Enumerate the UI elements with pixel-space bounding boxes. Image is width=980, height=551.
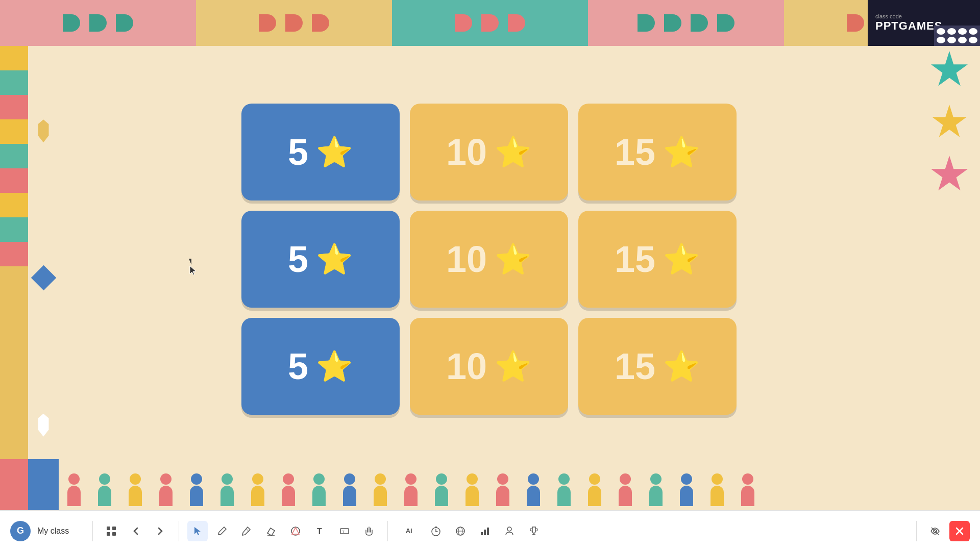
deco-half-circle bbox=[717, 14, 734, 32]
person-head bbox=[589, 473, 600, 485]
person-figure bbox=[92, 473, 117, 509]
shapes-button[interactable] bbox=[285, 521, 306, 541]
grid-view-button[interactable] bbox=[101, 521, 121, 541]
svg-text:T: T bbox=[342, 530, 345, 534]
deco-half-circle bbox=[847, 14, 864, 32]
top-segment-2 bbox=[196, 0, 392, 46]
card-5-2[interactable]: 5 ⭐ bbox=[241, 211, 400, 308]
app-title: PPTGAMES bbox=[875, 19, 942, 33]
person-head bbox=[130, 473, 141, 485]
stripe bbox=[0, 119, 28, 144]
person-body bbox=[465, 486, 479, 506]
back-icon bbox=[131, 526, 141, 536]
card-5-3[interactable]: 5 ⭐ bbox=[241, 318, 400, 415]
card-grid: 5 ⭐ 10 ⭐ 15 ⭐ 5 ⭐ 10 ⭐ 15 ⭐ 5 ⭐ 10 bbox=[241, 104, 737, 415]
stripe bbox=[0, 46, 28, 70]
text-button[interactable]: T bbox=[310, 521, 330, 541]
person-figure bbox=[61, 473, 87, 509]
person-head bbox=[528, 473, 539, 485]
person-figure bbox=[459, 473, 485, 509]
person-figure bbox=[122, 473, 148, 509]
main-content: 5 ⭐ 10 ⭐ 15 ⭐ 5 ⭐ 10 ⭐ 15 ⭐ 5 ⭐ 10 bbox=[59, 46, 919, 472]
person-body bbox=[251, 486, 264, 506]
person-figure bbox=[490, 473, 516, 509]
deco-half-circle bbox=[63, 14, 80, 32]
ai-button[interactable]: AI bbox=[396, 521, 422, 541]
eraser-icon bbox=[266, 526, 276, 536]
svg-point-21 bbox=[507, 527, 511, 531]
svg-line-25 bbox=[932, 528, 939, 535]
pen-icon bbox=[217, 526, 227, 536]
forward-button[interactable] bbox=[150, 521, 170, 541]
person-icon bbox=[504, 526, 514, 536]
marker-button[interactable] bbox=[236, 521, 257, 541]
svg-rect-2 bbox=[107, 532, 110, 536]
ai-label: AI bbox=[406, 527, 412, 535]
toolbar-separator bbox=[179, 521, 179, 541]
person-head bbox=[712, 473, 723, 485]
svg-rect-19 bbox=[484, 530, 486, 535]
card-15-2[interactable]: 15 ⭐ bbox=[578, 211, 737, 308]
textbox-button[interactable]: T bbox=[334, 521, 355, 541]
star-icon: ⭐ bbox=[495, 135, 531, 169]
person-button[interactable] bbox=[499, 521, 520, 541]
right-sidebar bbox=[919, 0, 980, 510]
pen-button[interactable] bbox=[212, 521, 232, 541]
person-body bbox=[220, 486, 234, 506]
globe-button[interactable] bbox=[450, 521, 471, 541]
person-body bbox=[557, 486, 571, 506]
star-icon: ⭐ bbox=[316, 349, 353, 384]
deco-half-circle bbox=[455, 14, 472, 32]
card-15-3[interactable]: 15 ⭐ bbox=[578, 318, 737, 415]
hide-button[interactable] bbox=[925, 521, 945, 541]
person-figure bbox=[521, 473, 546, 509]
textbox-icon: T bbox=[339, 526, 350, 536]
svg-rect-1 bbox=[112, 527, 116, 530]
card-value: 15 bbox=[615, 348, 655, 385]
chart-button[interactable] bbox=[475, 521, 495, 541]
back-button[interactable] bbox=[126, 521, 146, 541]
globe-icon bbox=[455, 526, 465, 536]
person-body bbox=[435, 486, 448, 506]
logo-area: class code PPTGAMES bbox=[868, 0, 980, 46]
grid-icon bbox=[106, 526, 116, 536]
person-head bbox=[497, 473, 508, 485]
marker-icon bbox=[241, 526, 252, 536]
close-button[interactable] bbox=[949, 521, 970, 541]
timer-button[interactable] bbox=[426, 521, 446, 541]
top-segment-3 bbox=[392, 0, 588, 46]
mouse-cursor bbox=[189, 259, 195, 268]
person-body bbox=[619, 486, 632, 506]
card-value: 10 bbox=[446, 348, 487, 385]
app-logo: G bbox=[10, 521, 31, 541]
star-icon: ⭐ bbox=[663, 242, 700, 277]
person-head bbox=[313, 473, 325, 485]
bottom-toolbar: G My class bbox=[0, 510, 980, 551]
card-10-2[interactable]: 10 ⭐ bbox=[410, 211, 568, 308]
pink-starburst bbox=[930, 156, 969, 194]
deco-half-circle bbox=[116, 14, 133, 32]
hand-button[interactable] bbox=[359, 521, 379, 541]
stripe bbox=[0, 242, 28, 266]
card-10-1[interactable]: 10 ⭐ bbox=[410, 104, 568, 201]
close-icon bbox=[955, 527, 964, 536]
eye-slash-icon bbox=[930, 526, 940, 536]
class-name-label: My class bbox=[37, 527, 69, 536]
person-head bbox=[252, 473, 263, 485]
card-15-1[interactable]: 15 ⭐ bbox=[578, 104, 737, 201]
blue-block bbox=[28, 459, 59, 510]
card-value: 5 bbox=[288, 348, 308, 385]
person-head bbox=[99, 473, 110, 485]
deco-half-circle bbox=[638, 14, 655, 32]
trophy-button[interactable] bbox=[524, 521, 544, 541]
svg-text:T: T bbox=[317, 527, 322, 536]
toolbar-separator bbox=[92, 521, 93, 541]
person-head bbox=[436, 473, 447, 485]
deco-half-circle bbox=[664, 14, 681, 32]
person-head bbox=[222, 473, 233, 485]
logo-dot bbox=[958, 37, 967, 43]
eraser-button[interactable] bbox=[261, 521, 281, 541]
cursor-button[interactable] bbox=[187, 521, 208, 541]
card-5-1[interactable]: 5 ⭐ bbox=[241, 104, 400, 201]
card-10-3[interactable]: 10 ⭐ bbox=[410, 318, 568, 415]
